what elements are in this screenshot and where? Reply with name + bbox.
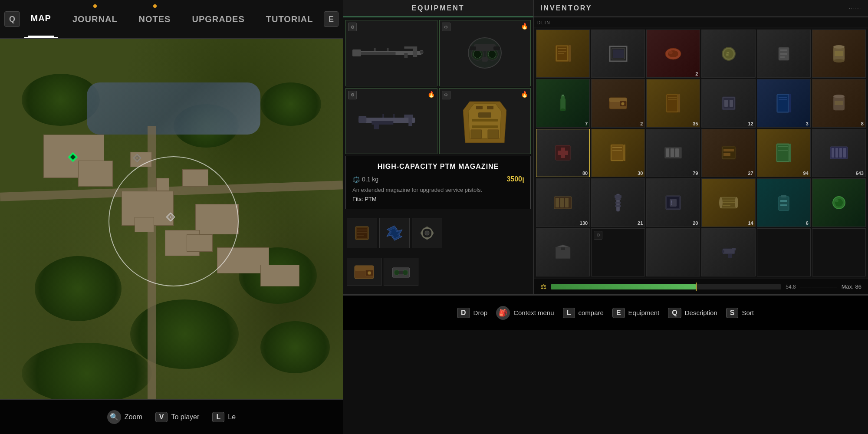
slot-settings-icon[interactable]: ⚙ <box>594 231 602 240</box>
inv-slot-18[interactable]: 643 <box>812 129 866 177</box>
inv-slot-17[interactable]: 94 <box>757 129 811 177</box>
helmet-slot[interactable]: ⚙ 🔥 <box>439 20 531 86</box>
item-bottle-icon <box>544 87 582 120</box>
inv-slot-4[interactable]: ₽ <box>701 30 755 78</box>
extra-slot-2[interactable] <box>379 218 410 248</box>
container-slot[interactable] <box>384 258 418 286</box>
inv-slot-26[interactable]: ⚙ <box>591 228 645 276</box>
q-key-2[interactable]: Q <box>668 308 681 318</box>
inv-slot-9[interactable]: 35 <box>646 79 700 127</box>
svg-rect-36 <box>487 106 493 109</box>
inv-slot-2[interactable] <box>591 30 645 78</box>
weight-bar-fill <box>551 284 696 289</box>
tab-map[interactable]: Map <box>24 0 58 38</box>
inv-slot-28[interactable] <box>701 228 755 276</box>
svg-rect-65 <box>558 48 566 49</box>
inv-slot-13[interactable]: 80 <box>536 129 590 177</box>
weight-marker <box>696 283 697 291</box>
svg-rect-169 <box>732 248 736 250</box>
settings-icon-2[interactable]: ⚙ <box>442 23 450 31</box>
s-key[interactable]: S <box>726 308 739 318</box>
inv-slot-24[interactable] <box>812 178 866 227</box>
map-background <box>0 39 343 399</box>
inv-slot-3[interactable]: 2 <box>646 30 700 78</box>
svg-rect-140 <box>565 198 569 207</box>
inv-slot-12[interactable]: 8 <box>812 79 866 127</box>
settings-icon-3[interactable]: ⚙ <box>348 91 357 99</box>
inv-slot-5[interactable] <box>757 30 811 78</box>
tab-journal[interactable]: Journal <box>66 0 124 38</box>
zoom-icon: 🔍 <box>107 410 121 424</box>
d-key[interactable]: D <box>457 308 470 318</box>
slots-indicator: ······ <box>849 6 861 11</box>
rifle-slot[interactable]: ⚙ <box>345 20 437 86</box>
slots-label: ······ <box>849 6 861 11</box>
inv-slot-29[interactable] <box>757 228 811 276</box>
inv-slot-23[interactable]: 6 <box>757 178 811 227</box>
building <box>260 265 299 286</box>
current-weight: 54.8 <box>786 284 796 290</box>
smg-item <box>350 108 432 134</box>
l-key-2[interactable]: L <box>563 308 575 318</box>
svg-point-84 <box>833 59 845 62</box>
item-count: 12 <box>748 121 753 126</box>
location-marker <box>66 151 79 165</box>
inv-slot-16[interactable]: 27 <box>701 129 755 177</box>
svg-rect-145 <box>615 205 621 207</box>
q-key[interactable]: Q <box>4 11 20 27</box>
item-frame-icon <box>599 37 637 70</box>
item-count: 6 <box>806 220 809 226</box>
svg-rect-14 <box>404 53 408 58</box>
extra-slot-3[interactable] <box>412 218 442 248</box>
inv-slot-25[interactable] <box>536 228 590 276</box>
tab-notes[interactable]: Notes <box>132 0 178 38</box>
svg-rect-35 <box>476 106 483 109</box>
armor-slot[interactable]: ⚙ 🔥 <box>439 88 531 155</box>
tab-upgrades[interactable]: Upgrades <box>185 0 251 38</box>
tooltip-fits: Fits: PTM <box>352 196 524 202</box>
inv-slot-6[interactable] <box>812 30 866 78</box>
item-count: 20 <box>693 220 698 226</box>
svg-rect-130 <box>778 150 788 151</box>
svg-rect-24 <box>493 46 500 50</box>
v-key[interactable]: V <box>155 412 168 422</box>
map-container[interactable] <box>0 39 343 399</box>
inv-slot-11[interactable]: 3 <box>757 79 811 127</box>
item-count: 21 <box>638 220 643 226</box>
inv-slot-21[interactable]: ! 20 <box>646 178 700 227</box>
svg-rect-10 <box>352 49 361 56</box>
svg-rect-129 <box>778 146 788 147</box>
tooltip-stats: ⚖️ 0.1 kg 3500ꞁ <box>352 175 524 183</box>
extra-slots-row <box>345 217 531 255</box>
inv-slot-7[interactable]: 7 <box>536 79 590 127</box>
extra-slot-1[interactable] <box>347 218 377 248</box>
misc-item <box>390 263 412 281</box>
wallet-slot[interactable] <box>347 258 381 286</box>
bag-icon: 🎒 <box>496 306 510 320</box>
inv-slot-15[interactable]: 79 <box>646 129 700 177</box>
svg-rect-118 <box>624 145 625 161</box>
inv-slot-30[interactable] <box>812 228 866 276</box>
water-terrain <box>87 82 260 135</box>
settings-icon-4[interactable]: ⚙ <box>442 91 450 99</box>
inv-slot-19[interactable]: 130 <box>536 178 590 227</box>
inv-slot-10[interactable]: 12 <box>701 79 755 127</box>
svg-point-50 <box>425 231 429 235</box>
inv-slot-8[interactable]: 2 <box>591 79 645 127</box>
item-count: 8 <box>861 121 864 126</box>
e-key-2[interactable]: E <box>612 308 625 318</box>
tab-tutorial[interactable]: Tutorial <box>260 0 320 38</box>
svg-rect-110 <box>835 101 843 105</box>
svg-rect-102 <box>730 100 733 107</box>
l-key[interactable]: L <box>212 412 224 422</box>
inv-slot-27[interactable] <box>646 228 700 276</box>
smg-slot[interactable]: ⚙ 🔥 <box>345 88 437 155</box>
inv-slot-22[interactable]: 14 <box>701 178 755 227</box>
inv-slot-14[interactable]: 30 <box>591 129 645 177</box>
inv-slot-20[interactable]: 21 <box>591 178 645 227</box>
weight-icon: ⚖ <box>540 283 546 291</box>
e-key[interactable]: E <box>324 11 339 27</box>
settings-icon[interactable]: ⚙ <box>348 23 357 31</box>
inv-slot-1[interactable] <box>536 30 590 78</box>
svg-rect-44 <box>357 230 367 230</box>
